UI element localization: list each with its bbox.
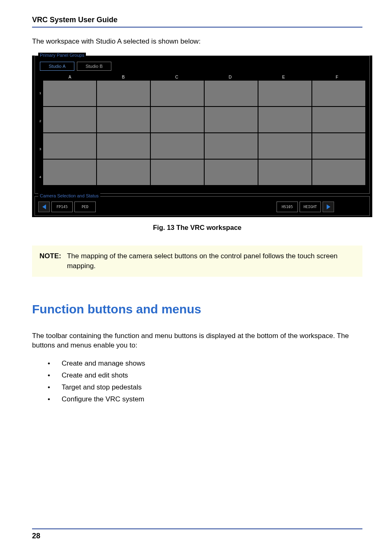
body-paragraph: The toolbar containing the function and … [32,331,362,351]
workspace-screenshot: Primary Panel Groups Studio A Studio B 1… [32,56,372,217]
grid-cell[interactable] [258,107,311,132]
grid-row [43,160,367,185]
grid-cell[interactable] [151,81,204,106]
list-item: Create and manage shows [48,358,362,370]
figure-caption: Fig. 13 The VRC workspace [32,224,362,232]
grid-cell[interactable] [43,160,96,185]
grid-cell[interactable] [43,133,96,159]
camera-button-fp145[interactable]: FP145 [51,202,73,212]
grid-cell[interactable] [205,107,258,132]
row-label-2: 2 [37,107,43,135]
note-box: NOTE: The mapping of the camera select b… [32,246,362,277]
grid-cell[interactable] [97,160,150,185]
camera-button-hs105[interactable]: HS105 [277,202,298,212]
grid-row [43,133,367,159]
col-header-e: E [257,73,310,81]
grid-cell[interactable] [205,81,258,106]
next-button[interactable] [323,202,334,212]
grid-cell[interactable] [97,81,150,106]
ppg-legend: Primary Panel Groups [38,53,86,58]
arrow-left-icon [42,204,46,209]
row-label-3: 3 [37,135,43,163]
grid-cell[interactable] [258,81,311,106]
document-header: VRC System User Guide [32,16,362,28]
note-text: The mapping of the camera select buttons… [67,251,355,271]
list-item: Configure the VRC system [48,394,362,405]
col-header-c: C [150,73,203,81]
grid-cell[interactable] [151,133,204,159]
camera-selection-section: Camera Selection and Status FP145 PED HS… [35,196,370,216]
grid-cell[interactable] [312,81,365,106]
list-item: Create and edit shots [48,370,362,382]
intro-paragraph: The workspace with Studio A selected is … [32,37,362,46]
grid-cell[interactable] [97,133,150,159]
panel-grid: 1 2 3 4 A B C D E F [37,73,367,191]
tab-studio-b[interactable]: Studio B [77,62,111,71]
page-footer: 28 [32,528,362,540]
col-header-f: F [310,73,364,81]
grid-cell[interactable] [151,160,204,185]
col-header-d: D [203,73,257,81]
primary-panel-groups-section: Primary Panel Groups Studio A Studio B 1… [35,56,370,194]
arrow-right-icon [327,204,330,209]
grid-cell[interactable] [312,133,365,159]
camera-button-ped[interactable]: PED [74,202,96,212]
col-header-a: A [43,73,97,81]
grid-cell[interactable] [43,107,96,132]
grid-row [43,107,367,132]
grid-cell[interactable] [312,160,365,185]
row-label-4: 4 [37,163,43,191]
section-heading: Function buttons and menus [32,302,362,316]
tab-studio-a[interactable]: Studio A [40,62,74,71]
grid-cell[interactable] [205,133,258,159]
note-label: NOTE: [39,251,61,271]
grid-cell[interactable] [312,107,365,132]
grid-cell[interactable] [258,160,311,185]
css-legend: Camera Selection and Status [38,193,100,198]
prev-button[interactable] [38,202,50,212]
grid-cell[interactable] [258,133,311,159]
grid-cell[interactable] [97,107,150,132]
col-header-b: B [97,73,150,81]
camera-button-height[interactable]: HEIGHT [300,202,321,212]
page-number: 28 [32,532,40,540]
row-label-1: 1 [37,79,43,107]
list-item: Target and stop pedestals [48,382,362,394]
bullet-list: Create and manage shows Create and edit … [48,358,362,405]
grid-row [43,81,367,106]
grid-cell[interactable] [205,160,258,185]
studio-tab-row: Studio A Studio B [37,62,367,71]
grid-cell[interactable] [43,81,96,106]
grid-cell[interactable] [151,107,204,132]
